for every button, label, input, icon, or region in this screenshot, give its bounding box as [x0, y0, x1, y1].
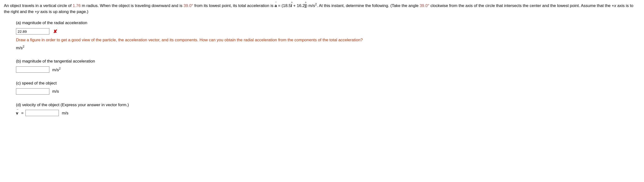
part-c-unit: m/s — [52, 88, 59, 95]
problem-text-2: m radius. When the object is traveling d… — [81, 3, 184, 8]
accel-expr-2: + 16.2 — [292, 3, 304, 8]
accel-expr-1: = (18.5 — [277, 3, 291, 8]
radius-value: 1.76 — [72, 3, 80, 8]
part-a-label: (a) magnitude of the radial acceleration — [16, 20, 640, 26]
problem-statement: An object travels in a vertical circle o… — [4, 2, 640, 15]
vector-v-symbol: v — [16, 110, 18, 116]
part-d-input[interactable] — [26, 110, 59, 116]
angle-value-2: 39.0° — [420, 3, 430, 8]
vector-a-symbol: a — [274, 3, 277, 9]
part-b-unit: m/s2 — [52, 66, 60, 73]
i-hat-symbol: î — [291, 3, 292, 9]
y-variable: y — [37, 9, 40, 14]
problem-text-4: . At this instant, determine the followi… — [317, 3, 420, 8]
x-variable: x — [614, 3, 616, 8]
parts-container: (a) magnitude of the radial acceleration… — [4, 20, 640, 116]
part-c-input[interactable] — [16, 88, 49, 95]
part-a-unit: m/s2 — [16, 44, 640, 51]
part-c-input-row: m/s — [16, 88, 640, 95]
part-d-input-row: v = m/s — [16, 110, 640, 116]
accel-expr-3: ) m/s — [306, 3, 315, 8]
part-a-feedback: Draw a figure in order to get a good vie… — [16, 37, 640, 43]
part-a: (a) magnitude of the radial acceleration… — [16, 20, 640, 51]
part-b: (b) magnitude of the tangential accelera… — [16, 58, 640, 73]
part-a-input-row: ✘ — [16, 28, 640, 35]
problem-text-1: An object travels in a vertical circle o… — [4, 3, 72, 8]
angle-value-1: 39.0° — [184, 3, 193, 8]
part-a-input[interactable] — [16, 28, 49, 34]
problem-text-5: clockwise from the axis of the circle th… — [430, 3, 614, 8]
problem-text-3: from its lowest point, its total acceler… — [193, 3, 274, 8]
incorrect-icon: ✘ — [53, 28, 57, 35]
equals-sign: = — [21, 110, 24, 116]
part-b-input-row: m/s2 — [16, 66, 640, 73]
part-c-label: (c) speed of the object — [16, 80, 640, 87]
part-d-label: (d) velocity of the object (Express your… — [16, 102, 640, 108]
part-d: (d) velocity of the object (Express your… — [16, 102, 640, 116]
j-hat-symbol: ĵ — [305, 3, 306, 9]
part-b-input[interactable] — [16, 66, 49, 73]
part-b-label: (b) magnitude of the tangential accelera… — [16, 58, 640, 65]
part-c: (c) speed of the object m/s — [16, 80, 640, 95]
problem-text-7: axis is up along the page.) — [39, 9, 88, 14]
part-d-unit: m/s — [62, 110, 68, 116]
